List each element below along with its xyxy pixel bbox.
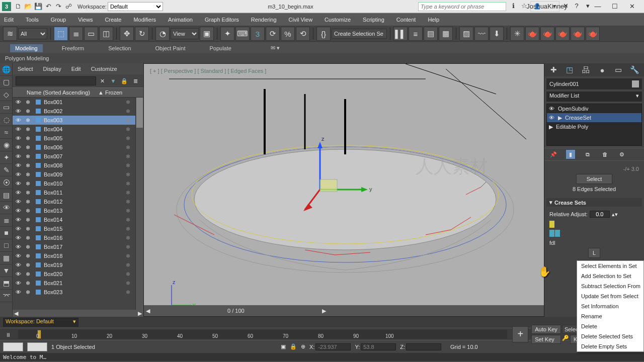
ctx-set-info[interactable]: Set Information: [577, 301, 643, 311]
freeze-icon[interactable]: ❄: [26, 262, 33, 268]
track-toggle-icon[interactable]: ⫼: [3, 331, 13, 337]
angle-snap-icon[interactable]: ⟳: [266, 27, 280, 41]
mirror-icon[interactable]: ▌▌: [393, 27, 408, 41]
freeze-icon[interactable]: ❄: [26, 226, 33, 232]
show-end-result-icon[interactable]: ▮: [566, 149, 576, 159]
list-item[interactable]: 👁❄Box013❄: [13, 206, 135, 215]
freeze-icon[interactable]: ❄: [26, 126, 33, 133]
freeze-col-icon[interactable]: ❄: [120, 171, 135, 178]
schematic-icon[interactable]: 〰: [474, 27, 489, 41]
layer-icon[interactable]: ▤: [424, 27, 438, 41]
undo-icon[interactable]: ↶: [43, 2, 53, 12]
freeze-icon[interactable]: ❄: [26, 208, 33, 214]
eye-icon[interactable]: 👁: [549, 115, 555, 121]
list-item[interactable]: 👁❄Box009❄: [13, 170, 135, 179]
y-coord-input[interactable]: [361, 343, 396, 350]
se-menu-display[interactable]: Display: [43, 66, 61, 72]
freeze-col-icon[interactable]: ❄: [120, 208, 135, 214]
align-icon[interactable]: ≡: [409, 27, 423, 41]
open-icon[interactable]: 📂: [23, 2, 33, 12]
tab-modeling[interactable]: Modeling: [10, 44, 43, 52]
set-key-button[interactable]: Set Key: [531, 335, 561, 344]
ctx-rename[interactable]: Rename: [577, 311, 643, 321]
menu-views[interactable]: Views: [78, 17, 93, 23]
lt-eye-icon[interactable]: 👁: [0, 202, 13, 214]
lt-light-icon[interactable]: ✦: [0, 151, 13, 164]
eye-icon[interactable]: 👁: [16, 126, 23, 132]
eye-icon[interactable]: 👁: [16, 117, 23, 123]
lt-list-icon[interactable]: ≣: [0, 214, 13, 227]
list-item[interactable]: 👁❄Box003❄: [13, 116, 135, 125]
help-icon[interactable]: ?: [572, 1, 582, 11]
ribbon-subtab[interactable]: Polygon Modeling: [0, 53, 644, 63]
ctx-update-set[interactable]: Update Set from Select: [577, 291, 643, 301]
a360-icon[interactable]: ✕: [560, 1, 571, 11]
hscroll-left[interactable]: ◀: [13, 310, 20, 317]
freeze-col-icon[interactable]: ❄: [120, 289, 135, 296]
freeze-icon[interactable]: ❄: [26, 199, 33, 205]
save-icon[interactable]: 💾: [33, 2, 43, 12]
eye-icon[interactable]: 👁: [16, 280, 23, 286]
select-object-icon[interactable]: ⬚: [54, 27, 68, 41]
scale-icon[interactable]: ◔: [155, 27, 170, 41]
menu-civil-view[interactable]: Civil View: [289, 17, 312, 23]
menu-animation[interactable]: Animation: [168, 17, 193, 23]
eye-icon[interactable]: 👁: [16, 190, 23, 196]
eye-icon[interactable]: 👁: [16, 144, 23, 150]
tab-freeform[interactable]: Freeform: [57, 44, 90, 52]
set-key-big-button[interactable]: +: [512, 326, 528, 342]
menu-help[interactable]: Help: [428, 17, 439, 23]
list-item[interactable]: 👁❄Box015❄: [13, 224, 135, 233]
teapot-icon[interactable]: 🫖: [525, 27, 539, 41]
menu-scripting[interactable]: Scripting: [363, 17, 384, 23]
lt-funnel-icon[interactable]: ▼: [0, 264, 13, 277]
eye-icon[interactable]: 👁: [16, 226, 23, 232]
se-menu-customize[interactable]: Customize: [91, 66, 117, 72]
freeze-col-icon[interactable]: ❄: [120, 108, 135, 115]
tab-populate[interactable]: Populate: [204, 44, 236, 52]
ctx-delete[interactable]: Delete: [577, 321, 643, 331]
auto-key-button[interactable]: Auto Key: [531, 325, 561, 334]
freeze-col-icon[interactable]: ❄: [120, 190, 135, 196]
eye-icon[interactable]: 👁: [16, 180, 23, 187]
freeze-col-icon[interactable]: ❄: [120, 262, 135, 268]
freeze-icon[interactable]: ❄: [26, 180, 33, 187]
workspace-select[interactable]: Default: [108, 2, 163, 11]
menu-customize[interactable]: Customize: [325, 17, 351, 23]
x-coord-input[interactable]: [315, 343, 351, 350]
lt-box-icon[interactable]: ▢: [0, 76, 13, 88]
list-item[interactable]: 👁❄Box001❄: [13, 98, 135, 107]
move-icon[interactable]: ✥: [120, 27, 134, 41]
freeze-icon[interactable]: ❄: [26, 280, 33, 287]
rel-adjust-value[interactable]: [590, 211, 610, 218]
envelope-icon[interactable]: ✉ ▾: [266, 44, 285, 52]
ctx-select-elements[interactable]: Select Elements in Set: [577, 261, 643, 271]
color-swatch2[interactable]: [27, 342, 47, 351]
cmd-utilities-icon[interactable]: 🔧: [629, 64, 641, 75]
freeze-icon[interactable]: ❄: [26, 108, 33, 115]
freeze-col-icon[interactable]: ❄: [120, 217, 135, 223]
link-icon[interactable]: ☍: [63, 2, 73, 12]
key-filters-icon[interactable]: 🔑: [562, 335, 569, 344]
dropdown-icon[interactable]: ▾: [583, 1, 593, 11]
lt-wrench-icon[interactable]: ✎: [0, 164, 13, 176]
lt-cone-icon[interactable]: ◇: [0, 88, 13, 101]
list-item[interactable]: 👁❄Box006❄: [13, 143, 135, 152]
teapot3-icon[interactable]: 🫖: [555, 27, 570, 41]
object-name-input[interactable]: [549, 81, 632, 87]
toggle-explorer-icon[interactable]: ▦: [439, 27, 453, 41]
lt-square-icon[interactable]: ■: [0, 227, 13, 239]
eye-icon[interactable]: 👁: [16, 153, 23, 159]
list-item[interactable]: 👁❄Box020❄: [13, 269, 135, 279]
z-coord-input[interactable]: [406, 343, 441, 350]
list-item[interactable]: 👁❄Box007❄: [13, 152, 135, 161]
freeze-icon[interactable]: ❄: [26, 289, 33, 296]
redo-icon[interactable]: ↷: [53, 2, 63, 12]
eye-icon[interactable]: 👁: [16, 289, 23, 295]
cmd-hierarchy-icon[interactable]: 品: [580, 64, 592, 75]
ctx-subtract-selection[interactable]: Subtract Selection From: [577, 281, 643, 291]
se-menu-select[interactable]: Select: [18, 66, 33, 72]
pivot-icon[interactable]: ▣: [200, 27, 214, 41]
freeze-icon[interactable]: ❄: [26, 190, 33, 196]
lock-icon[interactable]: 🔒: [119, 76, 129, 86]
